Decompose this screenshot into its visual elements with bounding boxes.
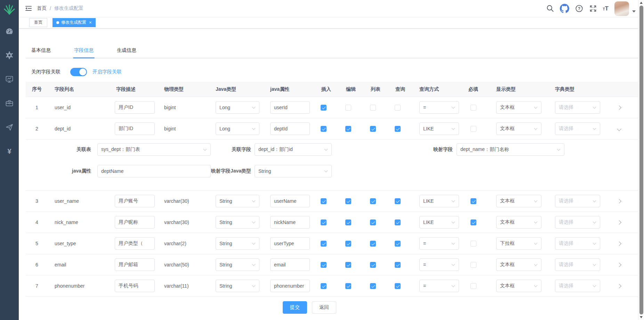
java-type-select[interactable]: String xyxy=(216,258,259,271)
display-type-select[interactable]: 文本框 xyxy=(496,258,541,271)
java-field-input[interactable]: email xyxy=(270,258,310,271)
java-type-select[interactable]: String xyxy=(216,216,259,229)
query-checkbox[interactable] xyxy=(395,262,401,268)
sidebar-item-pay[interactable]: ¥ xyxy=(0,147,19,155)
java-type-select[interactable]: String xyxy=(216,195,259,207)
required-checkbox[interactable] xyxy=(470,241,476,247)
expand-row-icon[interactable] xyxy=(617,220,621,225)
sidebar-item-monitor[interactable] xyxy=(0,75,19,83)
assoc-table-select[interactable]: sys_dept：部门表 xyxy=(97,143,211,156)
query-type-select[interactable]: LIKE xyxy=(419,216,459,229)
java-type-select[interactable]: String xyxy=(216,280,259,292)
query-type-select[interactable]: LIKE xyxy=(419,122,459,135)
edit-checkbox[interactable] xyxy=(345,219,351,225)
java-type-select[interactable]: Long xyxy=(216,122,259,135)
scrollbar-up-arrow-icon[interactable] xyxy=(640,2,643,4)
list-checkbox[interactable] xyxy=(370,126,376,132)
list-checkbox[interactable] xyxy=(370,198,376,204)
expand-row-icon[interactable] xyxy=(617,241,621,246)
expand-row-icon[interactable] xyxy=(617,263,621,267)
java-field-input[interactable]: nickName xyxy=(270,216,310,229)
tab-field-info[interactable]: 字段信息 xyxy=(74,47,94,58)
sidebar-collapse-button[interactable] xyxy=(19,5,37,12)
edit-checkbox[interactable] xyxy=(345,105,351,111)
display-type-select[interactable]: 文本框 xyxy=(496,122,541,135)
dict-type-select[interactable]: 请选择 xyxy=(555,195,600,207)
display-type-select[interactable]: 文本框 xyxy=(496,280,541,292)
expand-row-icon[interactable] xyxy=(617,284,621,288)
app-logo[interactable] xyxy=(3,3,16,16)
required-checkbox[interactable] xyxy=(470,105,476,111)
font-size-button[interactable]: TT xyxy=(603,6,609,11)
field-association-toggle[interactable] xyxy=(70,68,87,76)
required-checkbox[interactable] xyxy=(470,283,476,289)
required-checkbox[interactable] xyxy=(470,262,476,268)
tag-home[interactable]: 首页 xyxy=(29,18,47,27)
display-type-select[interactable]: 下拉框 xyxy=(496,237,541,250)
list-checkbox[interactable] xyxy=(370,262,376,268)
java-field-input[interactable]: phonenumber xyxy=(270,280,310,292)
tab-generate-info[interactable]: 生成信息 xyxy=(117,47,136,58)
tab-basic-info[interactable]: 基本信息 xyxy=(31,47,51,58)
edit-checkbox[interactable] xyxy=(345,262,351,268)
search-button[interactable] xyxy=(546,5,554,12)
dict-type-select[interactable]: 请选择 xyxy=(555,122,600,135)
scrollbar-thumb[interactable] xyxy=(639,6,643,314)
query-type-select[interactable]: LIKE xyxy=(419,195,459,207)
query-type-select[interactable]: = xyxy=(419,280,459,292)
edit-checkbox[interactable] xyxy=(345,241,351,247)
expand-row-icon[interactable] xyxy=(617,199,621,203)
github-link[interactable] xyxy=(560,4,569,13)
edit-checkbox[interactable] xyxy=(345,126,351,132)
description-input[interactable]: 用户昵称 xyxy=(115,216,155,229)
list-checkbox[interactable] xyxy=(370,241,376,247)
breadcrumb-home[interactable]: 首页 xyxy=(37,5,47,11)
description-input[interactable]: 手机号码 xyxy=(115,280,155,292)
help-button[interactable]: ? xyxy=(575,5,583,13)
description-input[interactable]: 用户账号 xyxy=(115,195,155,207)
submit-button[interactable]: 提交 xyxy=(283,301,307,314)
java-type-select[interactable]: String xyxy=(216,237,259,250)
list-checkbox[interactable] xyxy=(370,105,376,111)
query-type-select[interactable]: = xyxy=(419,258,459,271)
scrollbar-down-arrow-icon[interactable] xyxy=(640,316,643,318)
list-checkbox[interactable] xyxy=(370,283,376,289)
insert-checkbox[interactable] xyxy=(321,198,327,204)
description-input[interactable]: 部门ID xyxy=(115,122,155,135)
dict-type-select[interactable]: 请选择 xyxy=(555,101,600,114)
dict-type-select[interactable]: 请选择 xyxy=(555,258,600,271)
java-attr-input[interactable]: deptName xyxy=(97,165,211,177)
java-field-input[interactable]: deptId xyxy=(270,122,310,135)
user-menu[interactable] xyxy=(614,1,636,16)
insert-checkbox[interactable] xyxy=(321,262,327,268)
edit-checkbox[interactable] xyxy=(345,283,351,289)
required-checkbox[interactable] xyxy=(470,126,476,132)
query-type-select[interactable]: = xyxy=(419,101,459,114)
java-field-input[interactable]: userName xyxy=(270,195,310,207)
query-checkbox[interactable] xyxy=(395,105,401,111)
description-input[interactable]: 用户类型（ xyxy=(115,237,155,250)
query-checkbox[interactable] xyxy=(395,219,401,225)
query-checkbox[interactable] xyxy=(395,283,401,289)
map-field-select[interactable]: dept_name：部门名称 xyxy=(457,143,564,156)
insert-checkbox[interactable] xyxy=(321,126,327,132)
query-checkbox[interactable] xyxy=(395,241,401,247)
list-checkbox[interactable] xyxy=(370,219,376,225)
java-field-input[interactable]: userId xyxy=(270,101,310,114)
collapse-row-icon[interactable] xyxy=(617,127,621,131)
required-checkbox[interactable] xyxy=(470,198,476,204)
description-input[interactable]: 用户邮箱 xyxy=(115,258,155,271)
sidebar-item-guide[interactable] xyxy=(0,123,19,131)
expand-row-icon[interactable] xyxy=(617,105,621,110)
edit-checkbox[interactable] xyxy=(345,198,351,204)
dict-type-select[interactable]: 请选择 xyxy=(555,216,600,229)
tag-close-icon[interactable]: × xyxy=(89,20,92,25)
display-type-select[interactable]: 文本框 xyxy=(496,195,541,207)
back-button[interactable]: 返回 xyxy=(312,301,336,314)
sidebar-item-dashboard[interactable] xyxy=(0,27,19,35)
insert-checkbox[interactable] xyxy=(321,105,327,111)
dict-type-select[interactable]: 请选择 xyxy=(555,237,600,250)
display-type-select[interactable]: 文本框 xyxy=(496,216,541,229)
insert-checkbox[interactable] xyxy=(321,283,327,289)
dict-type-select[interactable]: 请选择 xyxy=(555,280,600,292)
